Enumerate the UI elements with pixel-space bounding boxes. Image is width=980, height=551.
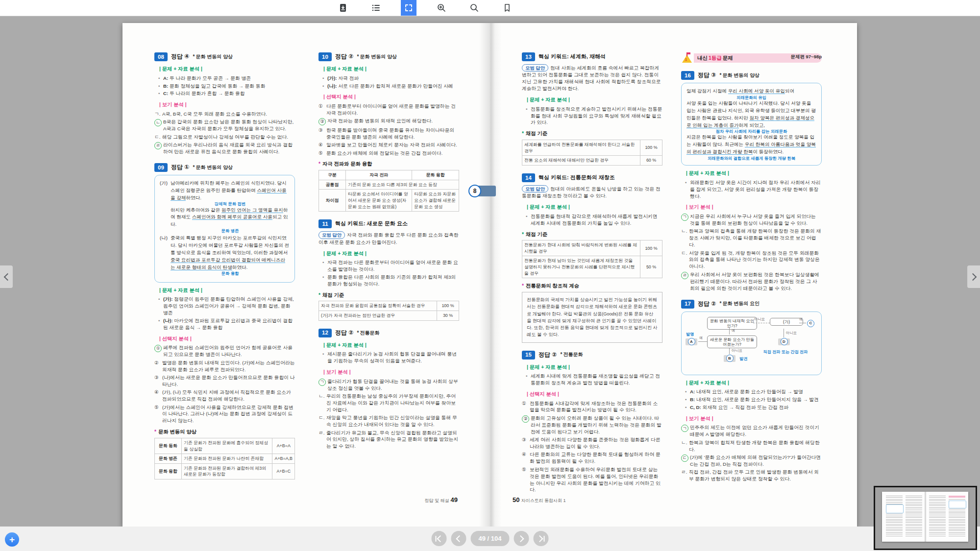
- bullet-item: •(가): 점령군이 원주민 문화를 탄압하며 스페인어 사용을 강제, 원주민…: [158, 296, 295, 316]
- choice-text: 재앙을 막고 풍년을 기원하는 민간 신앙이라는 설명을 통해 무속 신앙의 요…: [326, 414, 459, 428]
- fullscreen-button[interactable]: [401, 0, 416, 16]
- choice-marker: ④: [522, 451, 530, 465]
- choice-text: 알파벳을 보고 만들어진 체로키 문자는 자극 전파의 사례이다.: [326, 142, 459, 148]
- page-navigation: 49 / 104: [432, 531, 549, 546]
- passage-paragraph: (가)남아메리카에 위치한 페루는 스페인의 식민지였다. 당시 스페인 점령군…: [160, 180, 290, 233]
- bookmark-button[interactable]: [499, 0, 515, 16]
- choice-list: ㄱ.A국, B국, C국 모두 외래 문화 요소를 수용하였다.ㄴB국은 갑국의…: [154, 111, 295, 155]
- choice-text: 자극 전파는 문화 변동의 외재적 요인에 해당한다.: [327, 118, 459, 125]
- zoom-in-button[interactable]: [434, 0, 449, 16]
- choice-text: 줄다리기가 협동 단결을 끌어내는 것을 통해 농경 사회의 상부상조 정신을 …: [327, 378, 459, 392]
- choice-item: ⑤보편적인 외래문화를 수용하여 우리문화 발전의 토대로 삼는 것은 문화 발…: [522, 466, 662, 494]
- choice-item: ㄹ우리 사회에서 서양 옷이 보편화된 것은 한복보다 일상생활에 편리했기 때…: [681, 271, 822, 292]
- answer-label: 정답 ②: [698, 300, 716, 308]
- star-title: *전통문화의 창조적 계승: [522, 283, 662, 290]
- left-page-column-2: 10정답 ②*문화 변동의 양상| 문제 + 자료 분석 |•(가): 자극 전…: [318, 52, 459, 501]
- blue-annotation: 문화 병존: [171, 228, 290, 233]
- page-indicator[interactable]: 49 / 104: [471, 531, 510, 546]
- choices-heading: | 선택지 분석 |: [159, 335, 295, 343]
- choice-marker: ㄷ.: [681, 250, 689, 270]
- star-title: *채점 기준: [522, 130, 662, 138]
- viewer-toolbar: [0, 0, 980, 16]
- problem-book-pages: 문제편 97~98p: [790, 53, 822, 60]
- choice-text: 민주주의 제도는 이전에 없던 요소가 새롭게 만들어진 것이기 때문에 A 발…: [690, 424, 822, 438]
- choice-marker: ④: [318, 142, 326, 148]
- last-page-button[interactable]: [534, 531, 549, 546]
- choice-item: ㄷ.재앙을 막고 풍년을 기원하는 민간 신앙이라는 설명을 통해 무속 신앙의…: [318, 414, 459, 428]
- choice-text: 한국 문화를 받아들이며 중국 문화를 유지하는 차이나타운의 중국인들은 문화…: [326, 127, 459, 141]
- next-page-button[interactable]: [514, 531, 529, 546]
- analysis-heading: | 문제 + 자료 분석 |: [527, 96, 662, 104]
- answer-number-badge: 16: [681, 71, 694, 80]
- choice-text: 한복과 양복의 접촉을 통해 개량 한복이 등장한 것은 문화의 재창조 사례가…: [689, 228, 822, 248]
- reference-box: 전통문화의 국제적 가치를 상승시키고 발전 가능성을 높이기 위해서는 전통문…: [522, 292, 662, 343]
- choice-marker: ㄴ.: [318, 393, 326, 413]
- table-cell: 기존의 문화 요소와 다른 제3의 문화 요소 등장: [346, 180, 459, 190]
- first-page-button[interactable]: [432, 531, 447, 546]
- model-answer-badge: 모범 답안: [318, 231, 345, 239]
- choice-text: 우리의 전통문화는 남성 중심주의 가부장제 문화이지만, 주어진 자료에서는 …: [326, 393, 459, 413]
- choice-item: ⑤문화 요소가 매체에 의해 전달되는 것은 간접 전파이다.: [318, 150, 459, 157]
- table-of-contents-button[interactable]: [368, 0, 384, 16]
- choice-text: 서양 옷을 입게 된 것, 개량 한복이 창조된 것은 모두 외래문화와의 접촉…: [689, 250, 822, 270]
- bullet-item: •A: 두 나라 문화가 모두 공존 → 문화 병존: [158, 75, 295, 82]
- zoom-add-button[interactable]: +: [5, 532, 19, 547]
- blue-annotation: 외래문화와의 결합으로 새롭게 등장한 개량 한복: [686, 156, 816, 161]
- choice-marker: ①: [522, 400, 530, 414]
- choice-marker: ⑤: [318, 150, 326, 157]
- table-cell: 공통점: [319, 180, 346, 190]
- table-cell: 타문화 요소와 자문화 요소가 결합해 새로운 문화 요소 생성: [412, 190, 459, 212]
- choices-heading: | 선택지 분석 |: [323, 94, 459, 101]
- plus-icon: +: [9, 534, 15, 545]
- answer-section-header: 14핵심 키워드: 전통문화의 재창조: [522, 173, 662, 182]
- choice-text: (가)에 '문화 요소가 매체에 의해 전달되었는가?'가 들어간다면 C는 간…: [690, 454, 822, 468]
- table-row: (가)가 자극 전파라는 점만 언급한 경우30 %: [319, 311, 459, 321]
- data-table: 문화 동화기존 문화가 전파된 문화에 흡수되어 정체성을 상실함A+B=A문화…: [154, 438, 295, 479]
- keyword-label: 핵심 키워드: 전통문화의 재창조: [539, 174, 615, 182]
- model-answer-badge: 모범 답안: [522, 64, 548, 72]
- answer-number-badge: 12: [318, 329, 332, 337]
- choice-text: 직접 전파, 간접 전파 모두 그로 인해 발생한 문화 변동에서 외부 문화가…: [689, 469, 822, 482]
- choice-marker: ㄴ.: [681, 439, 689, 453]
- bullet-item: •문화 융합은 다른 사회의 문화와 기존의 문화가 합쳐져 제3의 문화가 형…: [322, 274, 459, 287]
- flow-label-b: 발견: [739, 356, 747, 362]
- passage-box: 일제 강점기 시절에 우리 사회에 서양 옷이 유입되어외래문화의 유입 서양 …: [681, 83, 822, 166]
- search-button[interactable]: [466, 0, 482, 16]
- bullet-list: •외래문화인 서양 옷은 시간이 지나며 점차 우리 사회에서 자리를 잡게 되…: [681, 179, 822, 200]
- star-title: *문화 변동의 양상: [154, 429, 295, 436]
- choice-list: ①페루에 전파된 스페인어와 원주민 언어가 함께 공용어로 사용되고 있으므로…: [154, 344, 295, 424]
- table-cell: 기존 문화와 전파된 문화가 결합하여 제3의 새로운 문화가 등장함: [182, 463, 272, 479]
- choice-item: ④알파벳을 보고 만들어진 체로키 문자는 자극 전파의 사례이다.: [318, 142, 459, 148]
- analysis-heading: | 문제 + 자료 분석 |: [159, 287, 295, 294]
- choice-item: ㄷ.서양 옷을 입게 된 것, 개량 한복이 창조된 것은 모두 외래문화와의 …: [681, 250, 822, 270]
- choice-item: ㄱ.A국, B국, C국 모두 외래 문화 요소를 수용하였다.: [154, 111, 295, 118]
- choice-text: 전통문화를 시대감각에 맞게 재창조하는 것은 전통문화의 소멸을 막으며 문화…: [530, 400, 662, 414]
- bullet-list: •(가): 자극 전파•(나): 서로 다른 문화가 합쳐져 새로운 문화가 만…: [318, 75, 459, 90]
- star-title: *채점 기준: [318, 292, 459, 299]
- choice-marker: ③: [522, 436, 530, 450]
- table-cell: A+B=A: [272, 438, 295, 454]
- answer-number-badge: 09: [154, 163, 168, 172]
- choice-marker: ㄴ.: [681, 228, 689, 248]
- choice-text: 줄다리기가 유교와 불교, 무속 신앙이 결합된 문화라고 설명되어 있지만, …: [326, 430, 459, 450]
- table-row: 차이점타문화 요소에서 아이디어를 얻어서 새로운 문화 요소 생성(자문화 요…: [319, 190, 459, 212]
- choice-item: ㄹ.줄다리기가 유교와 불교, 무속 신앙이 결합된 문화라고 설명되어 있지만…: [318, 430, 459, 450]
- data-table: 전통문화가 현대 사회에 맞춰 바람직하게 변화된 사례를 제시했을 경우100…: [522, 240, 662, 278]
- answer-label: 정답 ③: [698, 71, 716, 79]
- next-page-edge-button[interactable]: [967, 265, 980, 288]
- table-cell: 전통문화가 현재 남아 있는 것인데 새롭게 재창조된 것을 설명하지 못하거나…: [522, 256, 640, 278]
- data-table: 자극 전파와 문화 융합의 공통점을 정확히 서술한 경우100 %(가)가 자…: [318, 301, 459, 320]
- choice-marker: ②: [154, 359, 162, 373]
- answer-section-header: 12정답 ②*전통문화: [318, 329, 459, 337]
- choice-marker: ③: [154, 374, 162, 388]
- preview-thumbnail[interactable]: [874, 486, 977, 550]
- bookmark-icon: [502, 3, 512, 13]
- previous-page-edge-button[interactable]: [0, 265, 13, 288]
- choice-marker: ㄷ.: [154, 134, 162, 141]
- download-button[interactable]: [335, 0, 351, 16]
- previous-page-button[interactable]: [451, 531, 466, 546]
- choice-text: 다른 문화와의 교류는 다양한 문화적 토대를 형성하게 하여 문화 발전의 원…: [530, 451, 662, 465]
- unit-tab: 8: [468, 185, 497, 197]
- choice-marker: ④: [154, 389, 162, 403]
- bullet-item: •(가): 자극 전파: [322, 75, 459, 82]
